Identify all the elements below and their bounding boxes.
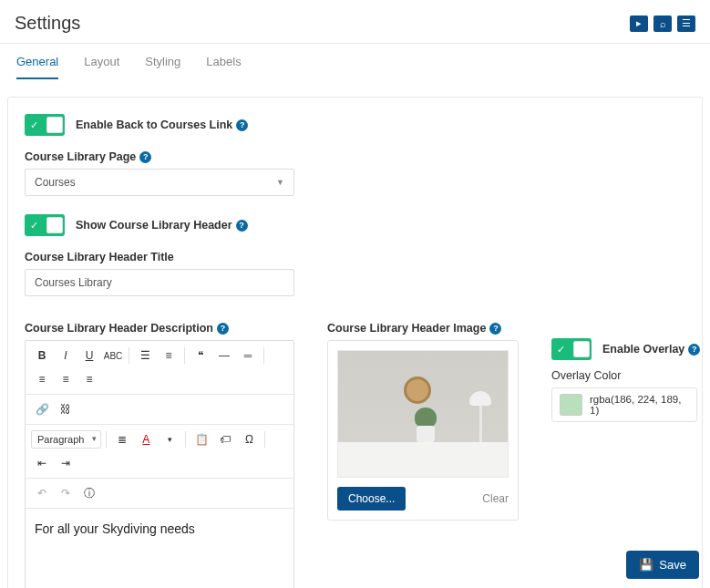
header-title-label: Course Library Header Title [25, 251, 174, 263]
clear-format-button[interactable]: ≣ [111, 428, 133, 450]
library-page-select[interactable]: Courses ▼ [25, 169, 294, 196]
underline-button[interactable]: U [78, 345, 100, 366]
align-left-button[interactable]: ≡ [31, 368, 53, 390]
overlay-toggle[interactable]: ✓ [551, 338, 592, 360]
page-header: Settings ▸ ⌕ ☰ [0, 0, 710, 43]
save-icon: 💾 [639, 558, 653, 572]
help-icon[interactable]: ? [688, 344, 700, 356]
tab-general[interactable]: General [16, 55, 58, 79]
omega-button[interactable]: Ω [238, 428, 260, 450]
show-header-toggle[interactable]: ✓ [25, 214, 65, 236]
help-icon[interactable]: ? [236, 119, 248, 131]
italic-button[interactable]: I [55, 345, 77, 366]
tab-labels[interactable]: Labels [206, 55, 241, 79]
paragraph-select[interactable]: Paragraph [31, 430, 101, 449]
header-image-label: Course Library Header Image [327, 322, 486, 335]
line-button[interactable]: ═ [237, 345, 259, 366]
page-title: Settings [15, 13, 80, 34]
header-actions: ▸ ⌕ ☰ [630, 15, 695, 32]
tab-layout[interactable]: Layout [84, 55, 119, 79]
link-button[interactable]: 🔗 [31, 398, 53, 420]
video-icon[interactable]: ▸ [630, 15, 648, 32]
indent-button[interactable]: ⇥ [55, 452, 77, 474]
help-icon[interactable]: ? [217, 323, 229, 335]
undo-button[interactable]: ↶ [31, 482, 53, 504]
choose-image-button[interactable]: Choose... [337, 487, 406, 511]
library-page-label: Course Library Page [25, 150, 136, 163]
quote-button[interactable]: ❝ [190, 345, 211, 366]
overlay-toggle-label: Enable Overlay [602, 343, 684, 356]
redo-button[interactable]: ↷ [55, 482, 77, 504]
clear-image-button[interactable]: Clear [482, 492, 509, 505]
overlay-color-picker[interactable]: rgba(186, 224, 189, 1) [551, 387, 697, 422]
back-link-label: Enable Back to Courses Link [76, 119, 232, 131]
header-title-input[interactable]: Courses Library [25, 269, 294, 296]
tag-button[interactable]: 🏷 [214, 428, 236, 450]
search-icon[interactable]: ⌕ [653, 15, 672, 32]
bullet-list-button[interactable]: ☰ [134, 345, 156, 366]
help-icon[interactable]: ? [489, 323, 501, 335]
number-list-button[interactable]: ≡ [158, 345, 180, 366]
editor-content[interactable]: For all your Skydiving needs [26, 509, 293, 588]
overlay-color-label: Overlay Color [551, 369, 621, 382]
text-color-button[interactable]: A [135, 428, 157, 450]
library-page-value: Courses [35, 176, 76, 189]
user-icon[interactable]: ☰ [677, 15, 695, 32]
show-header-label: Show Course Library Header [76, 219, 232, 232]
help-icon[interactable]: ? [139, 151, 151, 163]
bold-button[interactable]: B [31, 345, 53, 366]
align-center-button[interactable]: ≡ [55, 368, 77, 390]
unlink-button[interactable]: ⛓ [55, 398, 77, 420]
settings-panel: ✓ Enable Back to Courses Link ? Course L… [7, 97, 703, 588]
tab-styling[interactable]: Styling [145, 55, 180, 79]
chevron-down-icon: ▼ [276, 178, 284, 187]
settings-tabs: General Layout Styling Labels [0, 44, 710, 80]
overlay-color-swatch [560, 394, 582, 416]
save-button[interactable]: 💾 Save [626, 551, 699, 579]
header-image-preview [337, 350, 509, 478]
show-header-row: ✓ Show Course Library Header ? [25, 214, 685, 236]
header-image-box: Choose... Clear [327, 340, 519, 521]
align-right-button[interactable]: ≡ [78, 368, 100, 390]
hr-button[interactable]: — [213, 345, 235, 366]
back-link-row: ✓ Enable Back to Courses Link ? [25, 114, 685, 136]
overlay-color-value: rgba(186, 224, 189, 1) [590, 394, 689, 416]
help-icon[interactable]: ? [236, 220, 248, 232]
text-color-caret[interactable]: ▾ [159, 428, 180, 450]
outdent-button[interactable]: ⇤ [31, 452, 53, 474]
header-desc-label: Course Library Header Description [25, 322, 213, 335]
strike-button[interactable]: ABC [102, 345, 124, 366]
paste-button[interactable]: 📋 [190, 428, 212, 450]
editor-help-button[interactable]: ⓘ [78, 482, 100, 504]
description-editor: B I U ABC ☰ ≡ ❝ — ═ ≡ ≡ ≡ [25, 340, 294, 588]
back-link-toggle[interactable]: ✓ [25, 114, 65, 136]
